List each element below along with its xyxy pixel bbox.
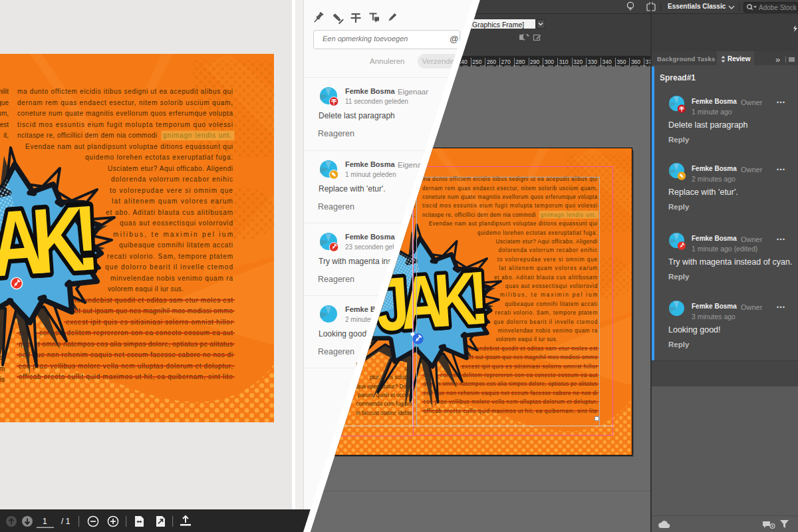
svg-text:/ 1: / 1	[61, 517, 70, 526]
svg-text:1: 1	[43, 517, 47, 526]
